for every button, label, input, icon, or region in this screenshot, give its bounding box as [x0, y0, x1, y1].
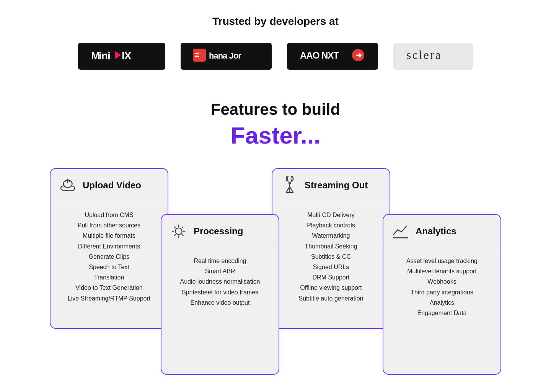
card-streaming-body: Multi CD Delivery Playback controls Wate…	[272, 202, 390, 311]
card-streaming-items: Multi CD Delivery Playback controls Wate…	[281, 210, 381, 304]
svg-line-21	[290, 187, 293, 193]
card-analytics: Analytics Asset level usage tracking Mul…	[383, 214, 501, 375]
card-processing-body: Real time encoding Smart ABR Audio loudn…	[161, 248, 279, 315]
logos-row: M ini IX ≡ hana Jor	[0, 43, 551, 70]
card-upload-body: Upload from CMS Pull from other sources …	[51, 202, 168, 311]
svg-text:≡: ≡	[194, 50, 199, 60]
svg-text:M: M	[91, 50, 99, 62]
gear-icon	[169, 222, 188, 241]
logo-sclera: sclera	[393, 43, 473, 70]
card-analytics-items: Asset level usage tracking Multilevel te…	[392, 256, 492, 318]
svg-text:IX: IX	[122, 50, 132, 62]
tower-icon	[280, 176, 299, 195]
features-subtitle: Faster...	[0, 122, 551, 149]
card-streaming-header: Streaming Out	[272, 169, 390, 202]
svg-text:AAO NXT: AAO NXT	[300, 50, 339, 60]
trusted-section: Trusted by developers at M ini IX	[0, 0, 551, 77]
chart-icon	[391, 222, 410, 241]
card-upload-items: Upload from CMS Pull from other sources …	[59, 210, 159, 304]
card-analytics-body: Asset level usage tracking Multilevel te…	[383, 248, 500, 326]
card-processing: Processing Real time encoding Smart ABR …	[161, 214, 279, 375]
svg-text:ini: ini	[99, 50, 110, 62]
card-processing-items: Real time encoding Smart ABR Audio loudn…	[170, 256, 270, 308]
logo-minidix: M ini IX	[78, 43, 165, 70]
card-analytics-title: Analytics	[416, 226, 456, 237]
logo-aaonxt: AAO NXT ➜	[287, 43, 378, 70]
svg-text:➜: ➜	[355, 51, 362, 59]
svg-text:hana Jor: hana Jor	[209, 51, 241, 60]
card-streaming-title: Streaming Out	[305, 180, 368, 191]
card-streaming: Streaming Out Multi CD Delivery Playback…	[272, 168, 390, 329]
svg-point-17	[175, 228, 182, 234]
card-upload: Upload Video Upload from CMS Pull from o…	[50, 168, 168, 329]
card-upload-title: Upload Video	[83, 180, 141, 191]
upload-cloud-icon	[58, 176, 77, 195]
card-upload-header: Upload Video	[51, 169, 168, 202]
svg-line-20	[286, 187, 290, 193]
card-analytics-header: Analytics	[383, 215, 500, 248]
features-title: Features to build	[0, 100, 551, 119]
trusted-title: Trusted by developers at	[0, 15, 551, 28]
card-processing-header: Processing	[161, 215, 279, 248]
feature-cards-container: Upload Video Upload from CMS Pull from o…	[0, 168, 551, 375]
svg-point-22	[289, 182, 290, 184]
card-processing-title: Processing	[194, 226, 243, 237]
logo-chanajor: ≡ hana Jor	[181, 43, 272, 70]
svg-text:sclera: sclera	[406, 48, 442, 62]
features-section: Features to build Faster... Upload Video…	[0, 77, 551, 382]
